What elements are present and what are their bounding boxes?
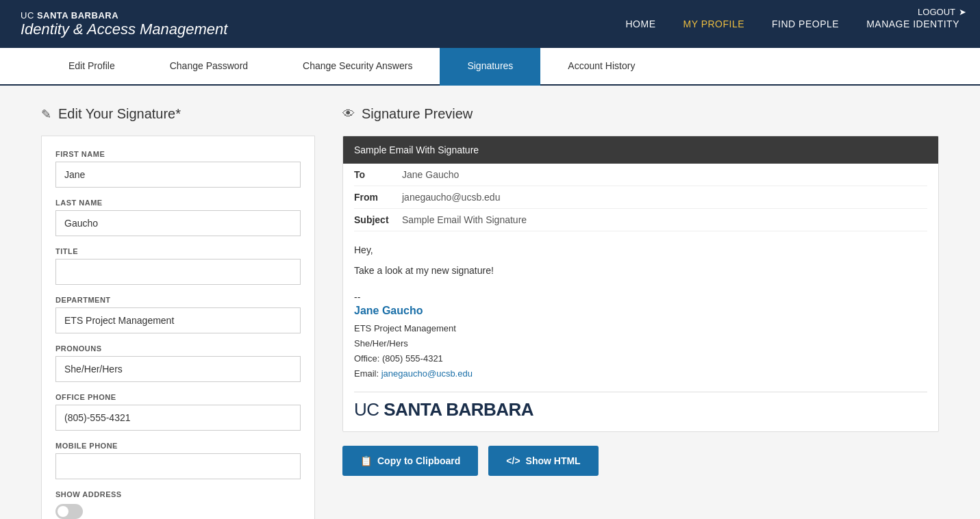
department-group: DEPARTMENT (55, 296, 301, 333)
edit-signature-title: ✎ Edit Your Signature* (41, 106, 315, 122)
email-body: Hey, Take a look at my new signature! --… (343, 231, 938, 431)
signature-preview-panel: 👁 Signature Preview Sample Email With Si… (342, 106, 939, 519)
subnav: Edit Profile Change Password Change Secu… (0, 48, 980, 86)
header: UC SANTA BARBARA Identity & Access Manag… (0, 0, 980, 48)
email-preview: Sample Email With Signature To Jane Gauc… (342, 136, 939, 432)
nav-manage-identity[interactable]: MANAGE IDENTITY (866, 18, 959, 29)
subject-value: Sample Email With Signature (402, 214, 527, 225)
copy-to-clipboard-button[interactable]: 📋 Copy to Clipboard (342, 446, 478, 476)
email-to-row: To Jane Gaucho (354, 164, 927, 186)
brand: UC SANTA BARBARA Identity & Access Manag… (21, 10, 227, 38)
from-label: From (354, 192, 402, 203)
university-name: UC SANTA BARBARA (21, 10, 227, 21)
office-phone-input[interactable] (55, 405, 301, 431)
subject-label: Subject (354, 214, 402, 225)
show-address-label: SHOW ADDRESS (55, 490, 301, 498)
email-signature: -- Jane Gaucho ETS Project Management Sh… (354, 290, 927, 420)
email-body-line2: Take a look at my new signature! (354, 263, 927, 278)
pronouns-input[interactable] (55, 356, 301, 382)
from-value: janegaucho@ucsb.edu (402, 192, 500, 203)
code-icon: </> (506, 455, 520, 466)
mobile-phone-input[interactable] (55, 453, 301, 479)
nav-find-people[interactable]: FIND PEOPLE (772, 18, 839, 29)
uc-logo-container: UC SANTA BARBARA (354, 392, 927, 420)
toggle-thumb (58, 506, 68, 517)
first-name-group: FIRST NAME (55, 150, 301, 188)
sig-office: Office: (805) 555-4321 (354, 351, 927, 366)
sig-separator: -- (354, 290, 927, 305)
main-content: ✎ Edit Your Signature* FIRST NAME LAST N… (0, 86, 980, 519)
first-name-label: FIRST NAME (55, 150, 301, 158)
preview-title: 👁 Signature Preview (342, 106, 939, 122)
email-meta: To Jane Gaucho From janegaucho@ucsb.edu … (343, 164, 938, 231)
sig-details: ETS Project Management She/Her/Hers Offi… (354, 321, 927, 381)
show-address-toggle[interactable] (55, 504, 83, 519)
app-name: Identity & Access Management (21, 21, 227, 38)
tab-change-password[interactable]: Change Password (142, 48, 275, 86)
department-label: DEPARTMENT (55, 296, 301, 304)
tab-edit-profile[interactable]: Edit Profile (41, 48, 142, 86)
email-from-row: From janegaucho@ucsb.edu (354, 186, 927, 209)
sig-pronouns: She/Her/Hers (354, 336, 927, 351)
nav-my-profile[interactable]: MY PROFILE (683, 18, 745, 29)
first-name-input[interactable] (55, 162, 301, 188)
edit-signature-panel: ✎ Edit Your Signature* FIRST NAME LAST N… (41, 106, 315, 519)
clipboard-icon: 📋 (360, 455, 372, 466)
pronouns-label: PRONOUNS (55, 344, 301, 353)
uc-logo: UC SANTA BARBARA (354, 399, 927, 420)
tab-change-security-answers[interactable]: Change Security Answers (275, 48, 440, 86)
sig-email-row: Email: janegaucho@ucsb.edu (354, 366, 927, 381)
last-name-label: LAST NAME (55, 199, 301, 207)
to-value: Jane Gaucho (402, 169, 459, 180)
tab-account-history[interactable]: Account History (540, 48, 662, 86)
sig-email-label: Email: (354, 368, 381, 379)
main-nav: HOME MY PROFILE FIND PEOPLE MANAGE IDENT… (626, 18, 960, 29)
show-html-button[interactable]: </> Show HTML (488, 446, 598, 476)
sig-dept: ETS Project Management (354, 321, 927, 336)
logout-button[interactable]: LOGOUT ➤ (918, 7, 966, 17)
title-input[interactable] (55, 259, 301, 285)
edit-icon: ✎ (41, 107, 51, 122)
title-label: TITLE (55, 247, 301, 255)
email-subject-row: Subject Sample Email With Signature (354, 209, 927, 231)
logout-icon: ➤ (959, 7, 966, 17)
title-group: TITLE (55, 247, 301, 285)
sig-email-link[interactable]: janegaucho@ucsb.edu (381, 368, 473, 379)
mobile-phone-group: MOBILE PHONE (55, 442, 301, 479)
last-name-group: LAST NAME (55, 199, 301, 236)
department-input[interactable] (55, 307, 301, 333)
last-name-input[interactable] (55, 210, 301, 236)
to-label: To (354, 169, 402, 180)
email-header-bar: Sample Email With Signature (343, 136, 938, 164)
nav-home[interactable]: HOME (626, 18, 656, 29)
show-address-group: SHOW ADDRESS (55, 490, 301, 519)
email-body-line1: Hey, (354, 242, 927, 257)
sig-name: Jane Gaucho (354, 305, 927, 317)
tab-signatures[interactable]: Signatures (440, 48, 540, 86)
mobile-phone-label: MOBILE PHONE (55, 442, 301, 450)
pronouns-group: PRONOUNS (55, 344, 301, 382)
action-buttons: 📋 Copy to Clipboard </> Show HTML (342, 446, 939, 476)
office-phone-group: OFFICE PHONE (55, 393, 301, 431)
eye-icon: 👁 (342, 107, 355, 121)
office-phone-label: OFFICE PHONE (55, 393, 301, 401)
